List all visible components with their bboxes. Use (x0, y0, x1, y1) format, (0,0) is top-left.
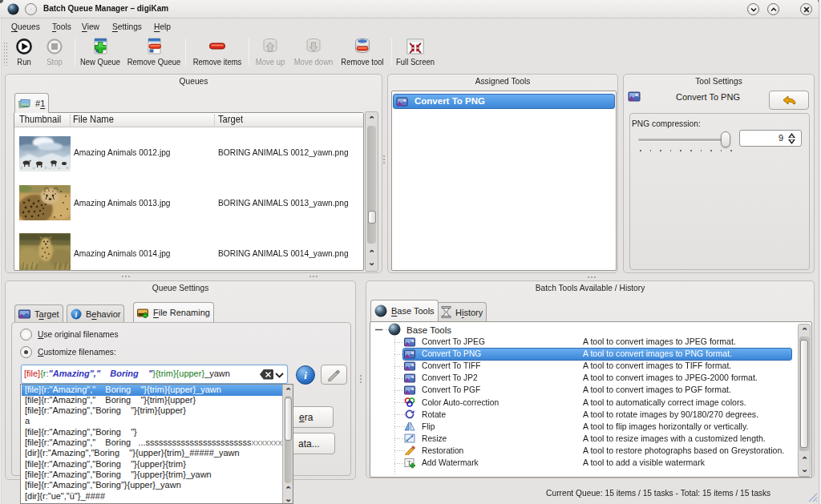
svg-text:i: i (75, 310, 78, 319)
